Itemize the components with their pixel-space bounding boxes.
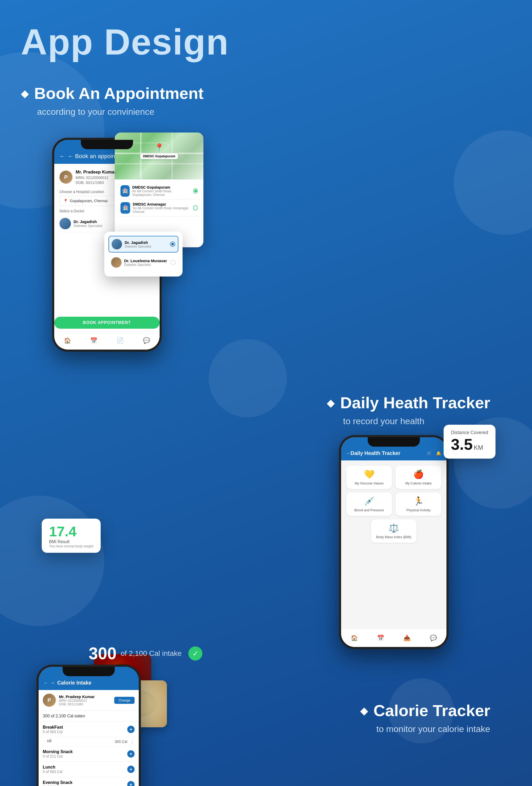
nav-document-icon[interactable]: 📄 [117, 337, 124, 344]
morning-snack-row: Morning Snack 0 of 211 Cal + [39, 746, 139, 762]
bottom-nav-health: 🏠 📅 📤 💬 [341, 629, 446, 647]
morning-snack-info: Morning Snack 0 of 211 Cal [43, 749, 73, 758]
diamond-icon-1: ◆ [21, 88, 29, 99]
calorie-intake-icon: 🍎 [399, 469, 438, 479]
bell-icon: 🔔 [436, 451, 441, 456]
doctor-details: Dr. Jagadish Diabetes Specialist [74, 219, 102, 228]
morning-snack-cal: 0 of 211 Cal [43, 754, 73, 758]
add-lunch-button[interactable]: + [127, 766, 135, 773]
map-pin: 📍 [154, 143, 164, 152]
calorie-intake-card[interactable]: 🍎 My Calorie Intake [395, 466, 441, 489]
calorie-patient-avatar: P [43, 694, 56, 707]
distance-card: Distance Covered 3.5 KM [443, 425, 495, 459]
add-morning-snack-button[interactable]: + [127, 750, 135, 758]
section3-text-block: ◆ Calorie Tracker to monitor your calori… [360, 701, 490, 744]
health-tracker-phone: ← Daily Health Tracker 🛒 🔔 💛 My Glucose … [339, 435, 449, 649]
nav-home-icon[interactable]: 🏠 [64, 337, 71, 344]
location-pin-icon: 📍 [63, 199, 68, 203]
patient-mrn: MRN: 02120000012 [76, 175, 116, 181]
glucose-card[interactable]: 💛 My Glucose Values [346, 466, 392, 489]
doc-spec-1: Diabetes Specialist [125, 245, 151, 248]
back-icon: ← [59, 153, 65, 160]
section3-subtitle: to monitor your calorie intake [376, 724, 490, 734]
bmi-phone-icon: ⚖️ [375, 523, 413, 533]
breakfast-name: BreakFast [43, 725, 63, 730]
section-health-tracker: ◆ Daily Heath Tracker to record your hea… [21, 388, 511, 623]
nav-calendar-icon[interactable]: 📅 [90, 337, 97, 344]
health-back-icon: ← [346, 451, 350, 456]
health-nav-upload[interactable]: 📤 [404, 635, 410, 642]
idli-name: Idli [47, 739, 52, 744]
bmi-phone-label: Body Mass Index (BMI) [375, 535, 413, 539]
bmi-center: ⚖️ Body Mass Index (BMI) [346, 519, 441, 542]
doctor-spec: Diabetes Specialist [74, 224, 102, 228]
hospital-radio-1[interactable] [193, 188, 198, 193]
health-header-title: Daily Health Tracker [350, 450, 400, 456]
add-evening-snack-button[interactable]: + [127, 781, 135, 786]
hospital-item-1: 🏥 DMDSC Gopalapuram No 6B Concern Smith … [118, 183, 200, 200]
hospital-name-1: DMDSC Gopalapuram [132, 185, 191, 189]
health-nav-chat[interactable]: 💬 [430, 635, 437, 642]
doctor-selection-card: Dr. Jagadish Diabetes Specialist Dr. Lou… [104, 232, 183, 277]
page-title: App Design [21, 21, 511, 63]
calorie-patient-mrn: MRN: 02120000012 [59, 699, 95, 702]
hospital-info-1: DMDSC Gopalapuram No 6B Concern Smith Ro… [132, 185, 191, 197]
bmi-card-phone[interactable]: ⚖️ Body Mass Index (BMI) [371, 519, 417, 542]
lunch-row: Lunch 0 of 563 Cal + [39, 762, 139, 777]
section1-title: Book An Appointment [34, 84, 204, 102]
doc-radio-2 [171, 260, 176, 265]
calorie-check-icon: ✓ [188, 646, 202, 661]
blood-pressure-icon: 💉 [350, 496, 388, 506]
health-screen: ← Daily Health Tracker 🛒 🔔 💛 My Glucose … [341, 437, 446, 647]
doc-name-1: Dr. Jagadish [125, 240, 151, 245]
patient-name: Mr. Pradeep Kumar [76, 169, 116, 175]
lunch-cal: 0 of 563 Cal [43, 769, 63, 774]
distance-label: Distance Covered [451, 430, 488, 435]
doctor-option-1[interactable]: Dr. Jagadish Diabetes Specialist [108, 236, 178, 253]
calorie-header-title: ← Calorie Intake [51, 680, 92, 686]
section2-title: Daily Heath Tracker [340, 393, 490, 412]
doc-avatar-1 [112, 239, 122, 249]
blood-pressure-card[interactable]: 💉 Blood and Pressure [346, 492, 392, 516]
health-phone-notch [368, 437, 420, 447]
nav-chat-icon[interactable]: 💬 [143, 337, 150, 344]
physical-activity-card[interactable]: 🏃 Physical Activity [395, 492, 441, 516]
patient-dob: DOB: 30/11/1983 [76, 180, 116, 185]
doc-spec-2: Diabetes Specialist [124, 263, 167, 267]
physical-activity-label: Physical Activity [399, 508, 438, 512]
calorie-change-button[interactable]: Change [114, 697, 135, 704]
section1-layout: ← ← Book an appointment P Mr. Pradeep Ku… [21, 127, 511, 362]
section-calorie-tracker: 300 of 2,100 Cal intake ✓ ← ← Calorie In… [21, 649, 511, 786]
hospital-info-2: DMDSC Annanagar No 6B Concern Smith Road… [133, 202, 191, 214]
patient-info: Mr. Pradeep Kumar MRN: 02120000012 DOB: … [76, 169, 116, 185]
section3-title: Calorie Tracker [373, 701, 490, 720]
phone-notch [81, 140, 133, 149]
morning-snack-name: Morning Snack [43, 749, 73, 754]
calorie-patient-dob: DOB: 30/11/1983 [59, 702, 95, 706]
bmi-value: 17.4 [49, 523, 93, 539]
location-value: Gopalapuram, Chennai [70, 199, 108, 203]
hospital-radio-2[interactable] [193, 205, 198, 210]
glucose-icon: 💛 [350, 469, 388, 479]
add-breakfast-button[interactable]: + [127, 726, 135, 733]
diamond-icon-3: ◆ [360, 706, 368, 716]
map-area: 📍 DMDSC Gopalapuram [115, 133, 203, 180]
doctor-option-2[interactable]: Dr. Loueleena Munavar Diabetes Specialis… [108, 255, 178, 270]
calorie-patient-row: P Mr. Pradeep Kumar MRN: 02120000012 DOB… [39, 690, 139, 711]
breakfast-row: BreakFast 0 of 563 Cal + [39, 722, 139, 737]
map-card: 📍 DMDSC Gopalapuram 🏥 DMDSC Gopalapuram … [115, 133, 203, 247]
evening-snack-row: Evening Snack 0 of 211 Cal + [39, 777, 139, 786]
calorie-back-icon: ← [44, 680, 48, 685]
doctor-name: Dr. Jagadish [74, 219, 102, 224]
book-appointment-button[interactable]: BOOK APPOINTMENT [54, 317, 160, 329]
idli-more-icon[interactable]: ⋮ [130, 739, 135, 744]
health-nav-home[interactable]: 🏠 [351, 635, 358, 642]
health-nav-calendar[interactable]: 📅 [377, 635, 384, 642]
doctor-avatar [59, 218, 71, 229]
bmi-sub: You have normal body weight [49, 544, 93, 548]
calorie-count-value: 300 [89, 644, 117, 663]
idli-cal: 300 Cal [115, 740, 127, 744]
hospital-list: 🏥 DMDSC Gopalapuram No 6B Concern Smith … [115, 180, 203, 219]
calorie-of-text: of 2,100 Cal intake [121, 649, 182, 658]
diamond-icon-2: ◆ [327, 397, 335, 408]
